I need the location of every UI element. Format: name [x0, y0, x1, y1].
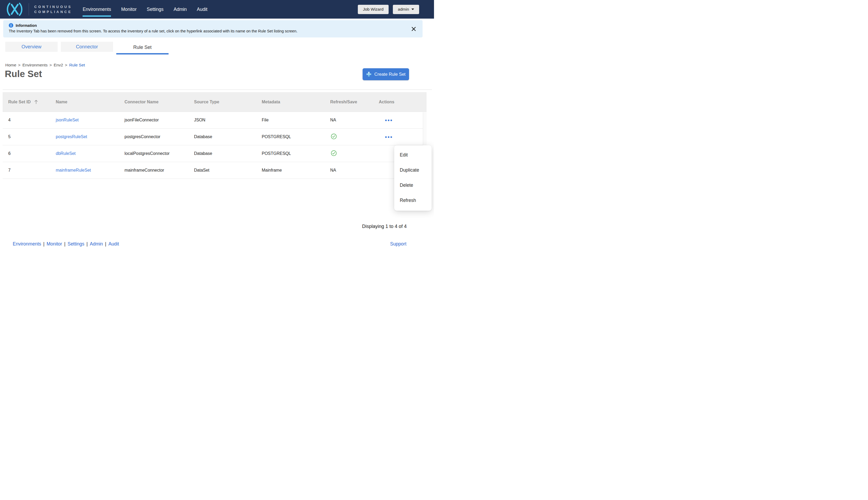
- cell-connector-name: postgresConnector: [125, 134, 194, 139]
- cell-actions: [379, 134, 423, 139]
- nav-item-audit[interactable]: Audit: [197, 0, 208, 19]
- cell-metadata: File: [262, 118, 330, 123]
- tab-rule-set[interactable]: Rule Set: [116, 42, 168, 55]
- nav-actions: Job Wizard admin: [358, 5, 419, 14]
- close-icon[interactable]: [410, 25, 417, 32]
- nav-item-monitor[interactable]: Monitor: [121, 0, 137, 19]
- user-menu-label: admin: [398, 7, 409, 12]
- banner-title-row: Information: [9, 23, 423, 27]
- breadcrumb-separator: >: [65, 63, 68, 67]
- column-header-label: Connector Name: [125, 100, 159, 104]
- page-title: Rule Set: [5, 68, 42, 80]
- breadcrumb-item-home[interactable]: Home: [5, 63, 16, 67]
- footer-link-monitor[interactable]: Monitor: [47, 241, 62, 247]
- column-header-source-type: Source Type: [194, 100, 262, 104]
- cell-refresh-save: [330, 133, 379, 140]
- menu-item-delete[interactable]: Delete: [394, 178, 432, 193]
- table-header: Rule Set IDNameConnector NameSource Type…: [3, 92, 426, 112]
- footer-link-admin[interactable]: Admin: [90, 241, 103, 247]
- breadcrumb: Home>Environments>Env2>Rule Set: [5, 63, 85, 68]
- menu-item-edit[interactable]: Edit: [394, 147, 432, 162]
- cell-connector-name: mainframeConnector: [125, 168, 194, 173]
- footer-link-audit[interactable]: Audit: [108, 241, 119, 247]
- cell-refresh-save: NA: [330, 118, 379, 123]
- green-check-icon: [331, 152, 337, 157]
- cell-connector-name: localPostgresConnector: [125, 151, 194, 156]
- green-check-icon: [331, 136, 337, 140]
- brand-text: CONTINUOUS COMPLIANCE: [34, 4, 72, 15]
- table-row: 4jsonRuleSetjsonFileConnectorJSONFileNA: [3, 112, 423, 128]
- support-link[interactable]: Support: [390, 241, 407, 247]
- context-menu: EditDuplicateDeleteRefresh: [394, 145, 432, 211]
- plus-icon: [366, 71, 372, 77]
- column-header-name: Name: [56, 100, 125, 104]
- nav-item-environments[interactable]: Environments: [83, 0, 111, 19]
- tab-overview[interactable]: Overview: [5, 42, 58, 52]
- breadcrumb-separator: >: [18, 63, 21, 67]
- sort-ascending-icon[interactable]: [34, 99, 38, 104]
- nav-links: EnvironmentsMonitorSettingsAdminAudit: [83, 0, 207, 19]
- breadcrumb-separator: >: [49, 63, 52, 67]
- cell-source-type: Database: [194, 134, 262, 139]
- cell-refresh-save: NA: [330, 168, 379, 173]
- cell-name: jsonRuleSet: [56, 118, 125, 123]
- column-header-metadata: Metadata: [262, 100, 330, 104]
- column-header-connector-name: Connector Name: [125, 100, 194, 104]
- cell-rule-set-id: 5: [8, 134, 56, 139]
- cell-rule-set-id: 4: [8, 118, 56, 123]
- row-actions-button[interactable]: [384, 118, 393, 123]
- cell-source-type: DataSet: [194, 168, 262, 173]
- delphix-logo-icon[interactable]: [4, 2, 25, 16]
- footer-link-environments[interactable]: Environments: [13, 241, 41, 247]
- breadcrumb-item-env2[interactable]: Env2: [54, 63, 63, 67]
- user-menu-button[interactable]: admin: [393, 5, 419, 14]
- cell-metadata: POSTGRESQL: [262, 151, 330, 156]
- cell-source-type: Database: [194, 151, 262, 156]
- banner-title: Information: [16, 23, 37, 27]
- footer-link-settings[interactable]: Settings: [68, 241, 84, 247]
- footer-links: Environments|Monitor|Settings|Admin|Audi…: [13, 241, 119, 247]
- brand-line2: COMPLIANCE: [34, 9, 72, 15]
- rule-set-link[interactable]: jsonRuleSet: [56, 118, 79, 122]
- cell-refresh-save: [330, 150, 379, 157]
- column-header-rule-set-id[interactable]: Rule Set ID: [8, 99, 56, 104]
- rule-set-link[interactable]: dbRuleSet: [56, 151, 76, 156]
- column-header-label: Refresh/Save: [330, 100, 357, 104]
- cell-name: dbRuleSet: [56, 151, 125, 156]
- tab-connector[interactable]: Connector: [61, 42, 113, 52]
- row-actions-button[interactable]: [384, 135, 393, 139]
- info-banner: Information The Inventory Tab has been r…: [3, 20, 423, 37]
- navbar: CONTINUOUS COMPLIANCE EnvironmentsMonito…: [0, 0, 434, 19]
- breadcrumb-item-environments[interactable]: Environments: [22, 63, 47, 67]
- menu-item-refresh[interactable]: Refresh: [394, 193, 432, 208]
- cell-rule-set-id: 7: [8, 168, 56, 173]
- column-header-label: Actions: [379, 100, 395, 104]
- tabs: OverviewConnectorRule Set: [5, 42, 168, 55]
- nav-item-admin[interactable]: Admin: [174, 0, 187, 19]
- column-header-label: Metadata: [262, 100, 280, 104]
- column-header-refresh-save: Refresh/Save: [330, 100, 379, 104]
- cell-rule-set-id: 6: [8, 151, 56, 156]
- cell-actions: [379, 117, 423, 123]
- cell-connector-name: jsonFileConnector: [125, 118, 194, 123]
- rule-set-link[interactable]: mainframeRuleSet: [56, 168, 91, 172]
- create-rule-set-button[interactable]: Create Rule Set: [363, 68, 409, 80]
- brand-line1: CONTINUOUS: [34, 4, 72, 10]
- column-header-label: Name: [56, 100, 68, 104]
- nav-item-settings[interactable]: Settings: [147, 0, 164, 19]
- footer-separator: |: [43, 241, 45, 247]
- cell-metadata: Mainframe: [262, 168, 330, 173]
- create-rule-set-label: Create Rule Set: [374, 72, 405, 77]
- job-wizard-button[interactable]: Job Wizard: [358, 5, 389, 14]
- footer-separator: |: [86, 241, 88, 247]
- cell-name: postgresRuleSet: [56, 134, 125, 139]
- rule-set-link[interactable]: postgresRuleSet: [56, 134, 87, 139]
- breadcrumb-item-rule-set: Rule Set: [69, 63, 85, 67]
- footer-separator: |: [64, 241, 66, 247]
- menu-item-duplicate[interactable]: Duplicate: [394, 162, 432, 178]
- table-row: 6dbRuleSetlocalPostgresConnectorDatabase…: [3, 145, 423, 162]
- footer-separator: |: [105, 241, 106, 247]
- info-icon: [9, 23, 13, 27]
- table-body: 4jsonRuleSetjsonFileConnectorJSONFileNA5…: [3, 112, 423, 179]
- table-row: 5postgresRuleSetpostgresConnectorDatabas…: [3, 128, 423, 145]
